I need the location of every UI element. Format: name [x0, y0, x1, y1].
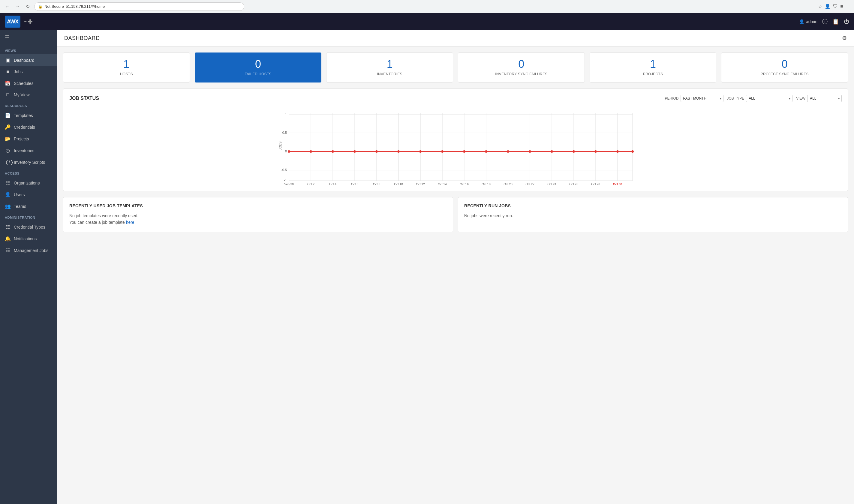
recently-used-line2: You can create a job template	[69, 220, 126, 225]
notifications-icon: 🔔	[5, 236, 11, 241]
content-area: DASHBOARD ⚙ 1 HOSTS 0 FAILED HOSTS 1	[57, 30, 854, 504]
period-select-wrapper[interactable]: PAST MONTH PAST WEEK PAST TWO WEEKS PAST…	[680, 95, 724, 102]
inventories-number: 1	[331, 59, 448, 70]
user-menu[interactable]: 👤 admin	[799, 19, 817, 24]
chart-svg: JOBS 1 0.5 0 -0.5 -1	[69, 107, 842, 185]
projects-number: 1	[595, 59, 711, 70]
inventories-icon: ◷	[5, 148, 11, 153]
bookmark-icon[interactable]: ☆	[818, 4, 822, 9]
resources-label: RESOURCES	[0, 101, 57, 109]
svg-point-34	[397, 150, 400, 153]
svg-point-33	[375, 150, 378, 153]
sidebar-templates-label: Templates	[14, 113, 33, 118]
sidebar-teams-label: Teams	[14, 204, 26, 209]
schedules-icon: 📅	[5, 80, 11, 86]
job-status-chart-card: JOB STATUS PERIOD PAST MONTH PAST WEEK P…	[63, 89, 848, 191]
svg-text:-0.5: -0.5	[281, 168, 287, 172]
svg-text:Oct 6: Oct 6	[351, 183, 358, 185]
svg-text:-1: -1	[284, 178, 287, 182]
hosts-number: 1	[68, 59, 185, 70]
sidebar-item-templates[interactable]: 📄 Templates	[0, 109, 57, 121]
svg-text:Oct 10: Oct 10	[394, 183, 403, 185]
sidebar-credentialtypes-label: Credential Types	[14, 225, 45, 230]
svg-text:JOBS: JOBS	[279, 142, 282, 150]
job-type-select-wrapper[interactable]: ALL SCM UPDATE INVENTORY UPDATE JOB	[746, 95, 793, 102]
teams-icon: 👥	[5, 203, 11, 209]
sidebar-item-organizations[interactable]: ☷ Organizations	[0, 177, 57, 189]
view-control: VIEW ALL SUCCESSFUL FAILED	[796, 95, 842, 102]
sidebar-users-label: Users	[14, 192, 25, 197]
svg-text:Oct 14: Oct 14	[438, 183, 447, 185]
svg-point-29	[288, 150, 290, 153]
profile-icon[interactable]: 👤	[824, 4, 831, 9]
sidebar-item-users[interactable]: 👤 Users	[0, 189, 57, 200]
recently-run-jobs-card: RECENTLY RUN JOBS No jobs were recently …	[458, 197, 848, 232]
shield-icon[interactable]: 🛡	[833, 4, 838, 9]
svg-point-30	[310, 150, 312, 153]
svg-point-35	[419, 150, 422, 153]
svg-text:Sep 30: Sep 30	[284, 183, 294, 185]
sidebar-item-myview[interactable]: □ My View	[0, 89, 57, 101]
period-select[interactable]: PAST MONTH PAST WEEK PAST TWO WEEKS PAST…	[680, 95, 724, 102]
jobs-icon: ■	[5, 69, 11, 74]
sidebar-projects-label: Projects	[14, 137, 29, 141]
svg-text:Oct 30: Oct 30	[613, 183, 622, 185]
recently-used-text: No job templates were recently used. You…	[69, 212, 447, 226]
job-type-select[interactable]: ALL SCM UPDATE INVENTORY UPDATE JOB	[746, 95, 793, 102]
more-icon[interactable]: ⋮	[846, 4, 850, 9]
docs-icon[interactable]: 📋	[832, 18, 839, 25]
sidebar-item-teams[interactable]: 👥 Teams	[0, 200, 57, 212]
create-template-link[interactable]: here.	[126, 220, 136, 225]
reload-button[interactable]: ↻	[24, 3, 31, 10]
stat-card-project-sync-failures[interactable]: 0 PROJECT SYNC FAILURES	[721, 53, 848, 83]
svg-point-43	[594, 150, 597, 153]
access-label: ACCESS	[0, 168, 57, 177]
stat-card-failed-hosts[interactable]: 0 FAILED HOSTS	[195, 53, 322, 83]
svg-text:Oct 18: Oct 18	[482, 183, 491, 185]
sidebar-item-dashboard[interactable]: ▣ Dashboard	[0, 54, 57, 66]
dashboard-content: 1 HOSTS 0 FAILED HOSTS 1 INVENTORIES 0 I…	[57, 47, 854, 238]
user-name-label: admin	[806, 19, 817, 24]
forward-button[interactable]: →	[14, 3, 21, 10]
svg-point-40	[529, 150, 531, 153]
hosts-label: HOSTS	[68, 72, 185, 76]
svg-point-36	[441, 150, 444, 153]
sidebar-item-credentials[interactable]: 🔑 Credentials	[0, 121, 57, 133]
chart-controls: PERIOD PAST MONTH PAST WEEK PAST TWO WEE…	[665, 95, 842, 102]
svg-point-38	[485, 150, 487, 153]
browser-bar: ← → ↻ 🔒 Not Secure 51.158.79.211/#/home …	[0, 0, 854, 13]
info-icon[interactable]: ⓘ	[822, 18, 828, 25]
inventories-label: INVENTORIES	[331, 72, 448, 76]
svg-text:Oct 20: Oct 20	[503, 183, 513, 185]
sidebar-dashboard-label: Dashboard	[14, 58, 35, 63]
page-title: DASHBOARD	[64, 35, 100, 41]
stat-card-hosts[interactable]: 1 HOSTS	[63, 53, 190, 83]
svg-point-31	[332, 150, 334, 153]
view-select-wrapper[interactable]: ALL SUCCESSFUL FAILED	[807, 95, 842, 102]
stat-card-projects[interactable]: 1 PROJECTS	[590, 53, 716, 83]
back-button[interactable]: ←	[4, 3, 11, 10]
chart-title: JOB STATUS	[69, 96, 99, 101]
sidebar-item-notifications[interactable]: 🔔 Notifications	[0, 233, 57, 245]
sidebar-item-schedules[interactable]: 📅 Schedules	[0, 77, 57, 89]
sidebar-item-management-jobs[interactable]: ☷ Management Jobs	[0, 245, 57, 256]
stat-card-inventory-sync-failures[interactable]: 0 INVENTORY SYNC FAILURES	[458, 53, 585, 83]
extension-icon[interactable]: ■	[840, 4, 843, 9]
hamburger-menu[interactable]: ☰	[0, 30, 57, 45]
sidebar-credentials-label: Credentials	[14, 125, 35, 130]
view-select[interactable]: ALL SUCCESSFUL FAILED	[807, 95, 842, 102]
svg-text:Oct 24: Oct 24	[547, 183, 556, 185]
svg-text:Oct 26: Oct 26	[569, 183, 578, 185]
power-icon[interactable]: ⏻	[844, 19, 849, 25]
stat-card-inventories[interactable]: 1 INVENTORIES	[326, 53, 453, 83]
sidebar-item-jobs[interactable]: ■ Jobs	[0, 66, 57, 77]
sidebar-item-inventories[interactable]: ◷ Inventories	[0, 145, 57, 156]
svg-point-45	[631, 150, 634, 153]
address-bar[interactable]: 🔒 Not Secure 51.158.79.211/#/home	[34, 2, 244, 11]
page-header: DASHBOARD ⚙	[57, 30, 854, 47]
sidebar-item-inventory-scripts[interactable]: ❬/❭ Inventory Scripts	[0, 156, 57, 168]
sidebar-item-projects[interactable]: 📂 Projects	[0, 133, 57, 145]
settings-icon[interactable]: ⚙	[842, 35, 847, 41]
sidebar-item-credential-types[interactable]: ☷ Credential Types	[0, 221, 57, 233]
recently-used-line1: No job templates were recently used.	[69, 213, 138, 218]
